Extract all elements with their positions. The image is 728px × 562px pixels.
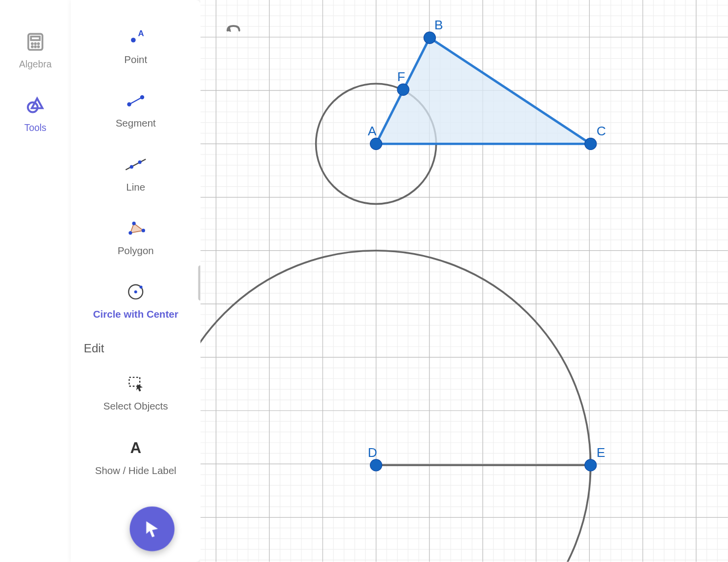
tool-segment[interactable]: Segment — [71, 82, 200, 145]
svg-point-18 — [132, 222, 135, 225]
svg-point-13 — [140, 95, 144, 99]
tool-show-hide-label-label: Show / Hide Label — [95, 464, 176, 477]
svg-point-17 — [128, 231, 132, 235]
sidebar-tools[interactable]: Tools — [23, 93, 48, 133]
show-hide-label-icon: A — [124, 437, 147, 458]
tool-polygon[interactable]: Polygon — [71, 209, 200, 272]
svg-point-7 — [38, 46, 39, 47]
point-e[interactable] — [585, 459, 597, 471]
tool-line-label: Line — [126, 181, 145, 195]
circle-center-icon — [124, 281, 147, 303]
tool-select-label: Select Objects — [103, 401, 168, 414]
line-icon — [124, 154, 147, 175]
point-label-f: F — [397, 69, 405, 84]
point-c[interactable] — [585, 138, 597, 150]
point-label-c: C — [597, 124, 606, 138]
edit-section-header: Edit — [71, 336, 200, 365]
svg-point-5 — [32, 46, 33, 47]
polygon-icon — [124, 218, 147, 239]
select-objects-icon — [124, 373, 147, 394]
point-d[interactable] — [370, 459, 382, 471]
tool-line[interactable]: Line — [71, 145, 200, 209]
svg-rect-1 — [31, 37, 40, 40]
tool-point[interactable]: A Point — [71, 18, 200, 81]
svg-point-9 — [131, 38, 136, 43]
point-label-a: A — [368, 124, 377, 138]
segment-icon — [124, 90, 147, 111]
cursor-icon — [142, 519, 162, 539]
tool-segment-label: Segment — [115, 117, 155, 130]
tool-select-objects[interactable]: Select Objects — [71, 365, 200, 428]
point-icon: A — [124, 26, 147, 47]
tools-icon — [23, 93, 48, 118]
point-b[interactable] — [424, 32, 435, 43]
svg-line-11 — [129, 97, 142, 104]
svg-point-16 — [138, 160, 141, 164]
tool-show-hide-label[interactable]: A Show / Hide Label — [71, 429, 200, 492]
svg-point-2 — [32, 43, 33, 44]
svg-line-14 — [126, 159, 146, 170]
sidebar-tools-label: Tools — [24, 123, 46, 133]
svg-point-3 — [35, 43, 36, 44]
move-tool-fab[interactable] — [129, 506, 174, 551]
sidebar-algebra[interactable]: Algebra — [19, 29, 52, 69]
point-label-e: E — [597, 445, 605, 460]
point-label-d: D — [368, 445, 377, 460]
tool-panel: A Point Segment — [71, 0, 200, 562]
sidebar-algebra-label: Algebra — [19, 59, 52, 70]
point-f[interactable] — [397, 84, 409, 95]
tool-polygon-label: Polygon — [117, 245, 153, 258]
svg-point-4 — [38, 43, 39, 44]
tool-point-label: Point — [124, 54, 147, 67]
undo-button[interactable] — [224, 22, 243, 40]
main-sidebar: Algebra Tools — [0, 0, 71, 562]
svg-point-22 — [139, 286, 142, 289]
svg-point-6 — [35, 46, 36, 47]
tool-circle-center-label: Circle with Center — [93, 308, 178, 322]
svg-point-21 — [134, 291, 137, 294]
svg-point-15 — [129, 165, 133, 169]
calculator-icon — [23, 29, 48, 54]
tool-circle-with-center[interactable]: Circle with Center — [71, 273, 200, 336]
svg-point-12 — [127, 102, 131, 106]
point-label-b: B — [434, 18, 443, 32]
svg-text:A: A — [138, 29, 144, 38]
svg-point-19 — [142, 229, 145, 232]
geometry-canvas[interactable]: ABCDEF — [200, 0, 728, 562]
point-a[interactable] — [370, 138, 382, 150]
